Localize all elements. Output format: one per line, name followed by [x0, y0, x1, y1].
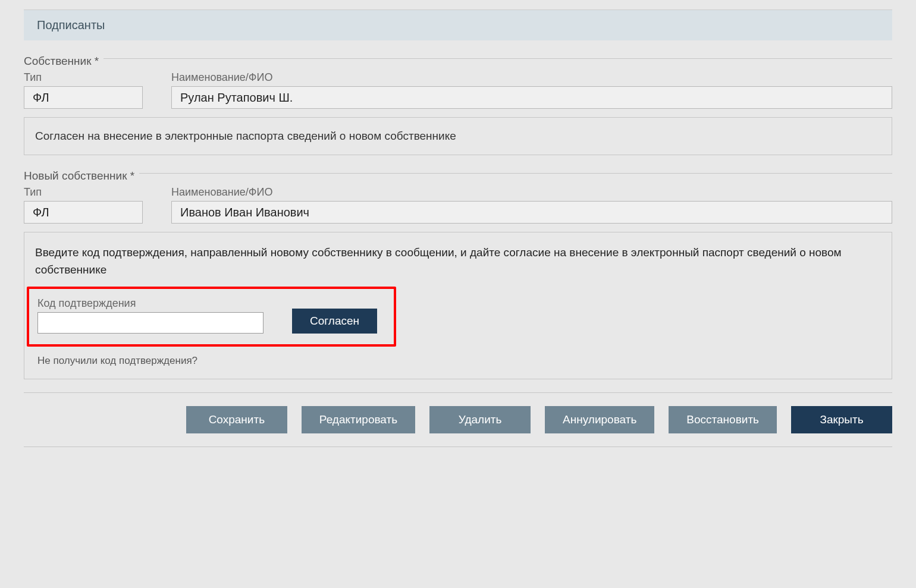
confirm-box: Введите код подтверждения, направленный …: [24, 232, 892, 379]
owner-type-input: [24, 86, 143, 109]
owner-name-input: [171, 86, 892, 109]
confirm-highlight-frame: Код подтверждения Согласен: [27, 287, 396, 347]
panel-title: Подписанты: [24, 10, 892, 40]
footer-divider-top: [24, 392, 892, 393]
new-owner-fields: Тип Наименование/ФИО: [24, 186, 892, 224]
owner-name-group: Наименование/ФИО: [171, 71, 892, 109]
owner-type-label: Тип: [24, 71, 143, 84]
save-button[interactable]: Сохранить: [186, 406, 287, 433]
owner-consent-box: Согласен на внесение в электронные паспо…: [24, 117, 892, 155]
edit-button[interactable]: Редактировать: [302, 406, 415, 433]
restore-button[interactable]: Восстановить: [669, 406, 777, 433]
owner-legend-row: Собственник *: [24, 55, 892, 62]
owner-legend: Собственник *: [24, 55, 103, 68]
owner-name-label: Наименование/ФИО: [171, 71, 892, 84]
close-button[interactable]: Закрыть: [791, 406, 892, 433]
new-owner-legend: Новый собственник *: [24, 169, 139, 183]
footer-divider-bottom: [24, 446, 892, 447]
code-label: Код подтверждения: [37, 297, 263, 310]
new-owner-name-group: Наименование/ФИО: [171, 186, 892, 224]
new-owner-name-label: Наименование/ФИО: [171, 186, 892, 199]
no-code-link[interactable]: Не получили код подтверждения?: [35, 355, 881, 367]
confirmation-code-input[interactable]: [37, 312, 263, 334]
new-owner-type-group: Тип: [24, 186, 143, 224]
owner-type-group: Тип: [24, 71, 143, 109]
confirm-instructions: Введите код подтверждения, направленный …: [35, 244, 881, 278]
delete-button[interactable]: Удалить: [429, 406, 531, 433]
new-owner-name-input: [171, 201, 892, 224]
annul-button[interactable]: Аннулировать: [545, 406, 654, 433]
agree-button[interactable]: Согласен: [292, 309, 377, 334]
action-button-row: Сохранить Редактировать Удалить Аннулиро…: [24, 406, 892, 433]
code-field-group: Код подтверждения: [37, 297, 263, 334]
new-owner-type-input: [24, 201, 143, 224]
new-owner-legend-row: Новый собственник *: [24, 169, 892, 177]
owner-fields: Тип Наименование/ФИО: [24, 71, 892, 109]
new-owner-type-label: Тип: [24, 186, 143, 199]
